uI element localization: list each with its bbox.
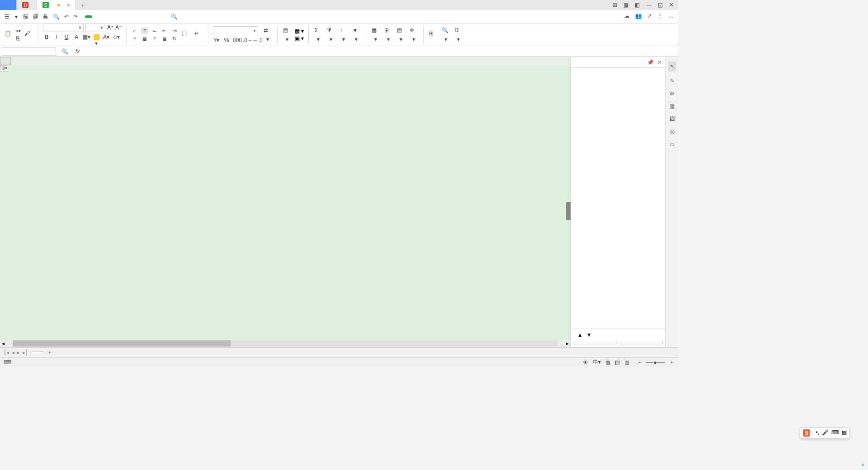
location-tool-icon[interactable]: ◎ bbox=[670, 128, 675, 135]
type-convert-button[interactable]: ⇄▾ bbox=[263, 27, 273, 42]
align-right-icon[interactable]: ≡ bbox=[151, 36, 158, 42]
border-icon[interactable]: ▦▾ bbox=[83, 34, 90, 47]
redo-icon[interactable]: ↷ bbox=[73, 14, 78, 20]
wrap-button[interactable]: ↵ bbox=[193, 30, 203, 39]
indent-inc-icon[interactable]: ⇥ bbox=[171, 28, 178, 34]
grid-icon[interactable]: ▦ bbox=[623, 2, 628, 8]
image-tool-icon[interactable]: 🖼 bbox=[670, 116, 675, 122]
collapse-ribbon-icon[interactable]: ︿ bbox=[668, 13, 674, 20]
select-all-corner[interactable] bbox=[0, 57, 11, 65]
pin-icon[interactable]: 📌 bbox=[647, 59, 654, 66]
rowcol-button[interactable]: ⊞▾ bbox=[383, 27, 393, 42]
view-break-icon[interactable]: ▥ bbox=[624, 359, 629, 366]
eye-icon[interactable]: 👁 bbox=[583, 359, 588, 366]
align-middle-icon[interactable]: ≡ bbox=[141, 28, 148, 34]
minimize-icon[interactable]: — bbox=[646, 2, 651, 8]
show-all-button[interactable] bbox=[574, 341, 617, 344]
cell-style-button[interactable]: ▣ ▾ bbox=[295, 35, 304, 42]
sum-button[interactable]: Σ▾ bbox=[313, 27, 323, 42]
collab-button[interactable]: 👥 bbox=[635, 13, 642, 20]
menu-start[interactable] bbox=[85, 15, 92, 18]
hamburger-icon[interactable]: ☰ bbox=[5, 14, 9, 20]
cancel-formula-icon[interactable]: 🔍 bbox=[58, 48, 72, 55]
cells-button[interactable]: ▦▾ bbox=[371, 27, 381, 42]
percent-icon[interactable]: % bbox=[223, 37, 230, 43]
fill-button[interactable]: ▼▾ bbox=[351, 27, 361, 42]
first-sheet-icon[interactable]: ⎮◂ bbox=[4, 349, 9, 356]
command-search[interactable]: 🔍 bbox=[171, 14, 185, 20]
maximize-icon[interactable]: ◱ bbox=[658, 2, 663, 8]
style-tool-icon[interactable]: ✎ bbox=[670, 78, 675, 84]
table-style-button[interactable]: ▦ ▾ bbox=[295, 28, 304, 34]
menu-review[interactable] bbox=[130, 15, 137, 18]
next-sheet-icon[interactable]: ▸ bbox=[17, 349, 20, 356]
indent-dec-icon[interactable]: ⇤ bbox=[161, 28, 168, 34]
menu-dev[interactable] bbox=[148, 15, 156, 18]
filter-button[interactable]: ⧩▾ bbox=[326, 27, 336, 42]
input-mode-icon[interactable]: ⌨ bbox=[4, 359, 11, 366]
horizontal-scrollbar[interactable]: ◂ ▸ bbox=[0, 340, 571, 347]
undo-icon[interactable]: ↶ bbox=[64, 14, 69, 20]
saveas-icon[interactable]: 🗐 bbox=[33, 14, 38, 20]
view-page-icon[interactable]: ▤ bbox=[615, 359, 620, 366]
fill-color-icon[interactable]: 🟨▾ bbox=[93, 34, 100, 47]
cloud-status[interactable]: ☁ bbox=[624, 13, 630, 20]
name-box-input[interactable] bbox=[2, 47, 56, 56]
font-name-combo[interactable]: ▾ bbox=[43, 23, 84, 32]
menu-insert[interactable] bbox=[94, 15, 101, 18]
strike-icon[interactable]: A̶ bbox=[73, 34, 80, 47]
format-painter-button[interactable]: 🖌 bbox=[24, 30, 33, 39]
number-format-combo[interactable]: ▾ bbox=[213, 26, 258, 35]
menu-view[interactable] bbox=[139, 15, 146, 18]
zoom-out-icon[interactable]: − bbox=[638, 359, 642, 366]
font-color-icon[interactable]: A▾ bbox=[103, 34, 110, 47]
settings-tool-icon[interactable]: ⚙ bbox=[670, 90, 675, 97]
more-icon[interactable]: ⋮ bbox=[657, 13, 663, 20]
tab-docer[interactable]: D bbox=[17, 0, 37, 10]
read-tool-icon[interactable]: ▭ bbox=[670, 141, 675, 147]
clear-format-icon[interactable]: ◇▾ bbox=[113, 34, 120, 47]
dec-decimal-icon[interactable]: ←.0 bbox=[253, 37, 260, 43]
copy-button[interactable]: ⎘ bbox=[16, 35, 21, 42]
close-window-icon[interactable]: ✕ bbox=[669, 2, 674, 8]
bold-icon[interactable]: B bbox=[43, 34, 50, 47]
shrink-font-icon[interactable]: A⁻ bbox=[115, 24, 122, 31]
formula-input[interactable] bbox=[83, 47, 678, 56]
tab-workbook[interactable]: S ● × bbox=[37, 0, 76, 10]
align-left-icon[interactable]: ≡ bbox=[131, 36, 138, 42]
layout-icon[interactable]: ⊞ bbox=[613, 2, 617, 8]
print-icon[interactable]: 🖶 bbox=[43, 14, 48, 20]
autofill-options-icon[interactable]: ⊞▾ bbox=[0, 65, 8, 71]
cond-format-button[interactable]: ▤▾ bbox=[282, 27, 292, 42]
skin-icon[interactable]: ◧ bbox=[635, 2, 640, 8]
font-size-combo[interactable]: ▾ bbox=[85, 23, 105, 32]
align-center-icon[interactable]: ≣ bbox=[141, 36, 148, 42]
fx-icon[interactable]: fx bbox=[72, 48, 83, 55]
save-icon[interactable]: 🖫 bbox=[23, 14, 28, 20]
cut-button[interactable]: ✂ bbox=[16, 28, 21, 34]
zoom-in-icon[interactable]: ＋ bbox=[669, 358, 675, 366]
sheet-tab[interactable] bbox=[32, 351, 43, 353]
worksheet-button[interactable]: ▤▾ bbox=[396, 27, 406, 42]
prev-sheet-icon[interactable]: ◂ bbox=[12, 349, 14, 356]
tab-home[interactable] bbox=[0, 0, 17, 10]
align-top-icon[interactable]: ⌐ bbox=[131, 28, 138, 34]
merge-button[interactable]: ⬚ bbox=[181, 30, 191, 39]
hide-all-button[interactable] bbox=[620, 341, 663, 344]
freeze-button[interactable]: ❄▾ bbox=[409, 27, 419, 42]
menu-layout[interactable] bbox=[103, 15, 110, 18]
table-tools-button[interactable]: ⊞ bbox=[428, 30, 438, 39]
file-menu[interactable]: ▾ bbox=[11, 12, 21, 21]
panel-collapse-handle[interactable] bbox=[566, 202, 571, 220]
new-tab-button[interactable]: ＋ bbox=[76, 0, 90, 10]
symbol-button[interactable]: Ω▾ bbox=[453, 27, 463, 42]
close-pane-icon[interactable]: ✕ bbox=[657, 59, 662, 66]
align-bottom-icon[interactable]: ⌙ bbox=[151, 28, 158, 34]
select-tool-icon[interactable]: ↖ bbox=[668, 61, 676, 71]
sort-button[interactable]: ↕▾ bbox=[339, 27, 349, 42]
currency-icon[interactable]: ¥▾ bbox=[213, 37, 220, 43]
italic-icon[interactable]: I bbox=[53, 34, 60, 47]
zoom-slider[interactable]: ──●── bbox=[646, 359, 665, 366]
menu-member[interactable] bbox=[157, 15, 165, 18]
find-button[interactable]: 🔍▾ bbox=[441, 27, 451, 42]
